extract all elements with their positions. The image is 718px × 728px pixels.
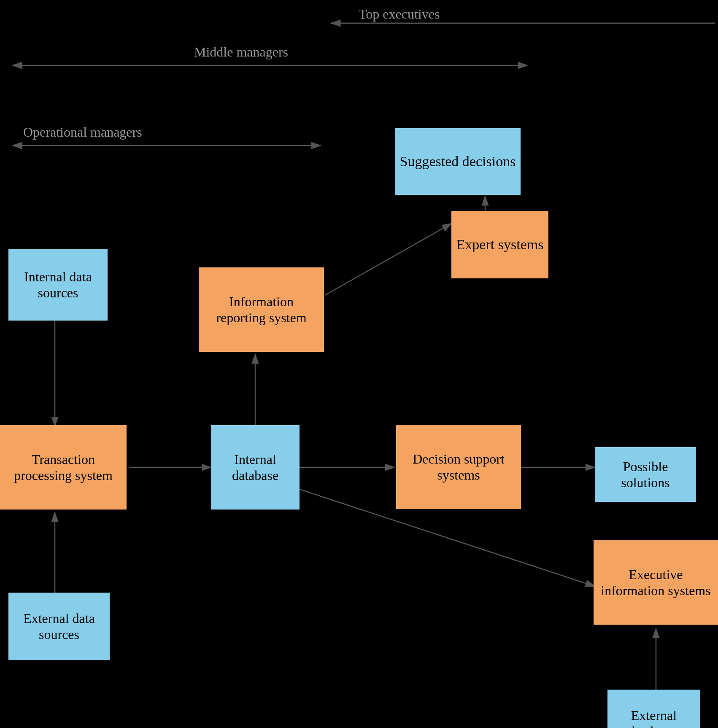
operational-managers-label: Operational managers (23, 124, 142, 140)
svg-line-13 (325, 224, 451, 295)
possible-solutions-box: Possible solutions (595, 447, 696, 502)
suggested-decisions-box: Suggested decisions (395, 128, 521, 195)
middle-managers-label: Middle managers (194, 44, 288, 60)
external-databases-box: External databases (607, 690, 700, 728)
information-reporting-system-box: Information reporting system (199, 267, 324, 352)
diagram-container: Top executives Middle managers Operation… (0, 0, 718, 728)
internal-database-box: Internal database (211, 425, 300, 510)
executive-information-systems-box: Executive information systems (594, 540, 718, 625)
decision-support-systems-box: Decision support systems (396, 425, 521, 509)
external-data-sources-box: External data sources (8, 593, 110, 660)
top-executives-label: Top executives (359, 6, 440, 22)
transaction-processing-system-box: Transaction processing system (0, 425, 127, 510)
expert-systems-box: Expert systems (451, 211, 548, 278)
internal-data-sources-box: Internal data sources (8, 249, 108, 321)
